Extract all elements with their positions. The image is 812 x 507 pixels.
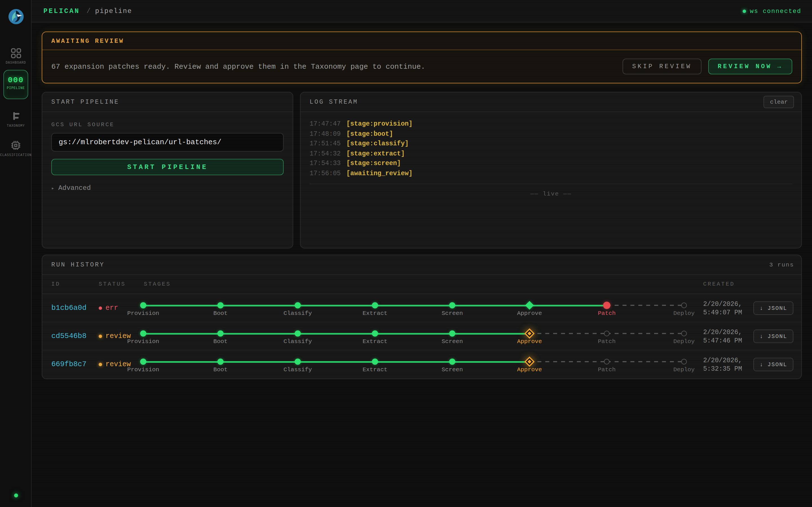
clear-log-button[interactable]: clear: [764, 96, 794, 108]
run-history-panel: RUN HISTORY 3 runs ID STATUS STAGES CREA…: [42, 255, 802, 379]
table-row: 669fb8c7 review ProvisionBootClassifyExt…: [42, 350, 801, 379]
stage-node-deploy: [681, 302, 687, 308]
sidebar-item-pipeline[interactable]: 000 PIPELINE: [3, 70, 28, 99]
sidebar-item-dashboard[interactable]: DASHBOARD: [0, 48, 32, 65]
stage-label: Boot: [213, 310, 227, 317]
stage-node-provision: [140, 358, 146, 365]
stage-connector: [607, 333, 684, 334]
stage-connector: [220, 333, 298, 334]
stage-node-extract: [372, 330, 378, 337]
review-now-button[interactable]: REVIEW NOW →: [708, 59, 792, 74]
stage-node-screen: [449, 358, 455, 365]
log-timestamp: 17:54:32: [310, 150, 341, 157]
log-timestamp: 17:47:47: [310, 120, 341, 127]
banner-body: 67 expansion patches ready. Review and a…: [42, 50, 801, 83]
created-time: 5:32:35 PM: [703, 365, 742, 372]
stages-track: ProvisionBootClassifyExtractScreenApprov…: [42, 322, 801, 350]
stage-connector: [607, 305, 684, 306]
log-stage-tag: [stage:extract]: [346, 150, 405, 157]
stage-node-approve: [524, 328, 535, 339]
log-stream-title: LOG STREAM: [310, 99, 358, 105]
log-stream-panel: LOG STREAM clear 17:47:47[stage:provisio…: [300, 92, 802, 248]
stage-node-core: [527, 360, 531, 363]
brand-title: PELICAN: [43, 7, 80, 15]
table-header-row: ID STATUS STAGES CREATED: [42, 275, 801, 294]
log-line: 17:51:45[stage:classify]: [310, 138, 792, 149]
chevron-right-icon: ▸: [51, 185, 54, 191]
stage-connector: [298, 361, 375, 362]
stage-node-screen: [449, 302, 455, 308]
banner-header: AWAITING REVIEW: [42, 32, 801, 50]
log-stage-tag: [stage:provision]: [346, 120, 412, 127]
stage-connector: [529, 304, 607, 306]
log-line: 17:48:09[stage:boot]: [310, 129, 792, 138]
breadcrumb-separator: /: [87, 7, 91, 15]
stage-node-boot: [217, 358, 223, 365]
created-timestamp: 2/20/2026, 5:49:07 PM: [703, 300, 742, 317]
log-timestamp: 17:48:09: [310, 130, 341, 137]
stage-connector: [298, 333, 375, 334]
stage-node-boot: [217, 330, 223, 337]
connection-label: ws connected: [750, 8, 801, 14]
sidebar-item-label: TAXONOMY: [0, 124, 32, 128]
log-timestamp: 17:51:45: [310, 140, 341, 147]
stage-label: Boot: [213, 366, 227, 373]
pipeline-nodes-icon: 000: [4, 75, 28, 84]
log-stage-tag: [stage:classify]: [346, 140, 409, 147]
app-viewport: DASHBOARD 000 PIPELINE TAXONOMY: [0, 0, 812, 507]
stage-label: Screen: [442, 366, 463, 373]
stage-label: Patch: [598, 366, 615, 373]
stage-node-extract: [372, 358, 378, 365]
stage-label: Extract: [363, 366, 388, 373]
topbar: PELICAN / pipeline ws connected: [32, 0, 812, 22]
start-pipeline-panel: START PIPELINE GCS URL SOURCE START PIPE…: [42, 92, 293, 248]
stage-label: Provision: [127, 310, 159, 317]
stage-label: Screen: [442, 310, 463, 317]
log-timestamp: 17:56:05: [310, 170, 341, 177]
sidebar: DASHBOARD 000 PIPELINE TAXONOMY: [0, 0, 32, 507]
sidebar-item-taxonomy[interactable]: TAXONOMY: [0, 110, 32, 128]
stage-connector: [375, 333, 452, 334]
connection-status: ws connected: [743, 8, 801, 14]
advanced-toggle[interactable]: ▸ Advanced: [51, 184, 284, 192]
stage-label: Provision: [127, 366, 159, 373]
stage-connector: [298, 304, 375, 306]
start-pipeline-button[interactable]: START PIPELINE: [51, 159, 284, 175]
stage-node-provision: [140, 330, 146, 337]
connection-dot-icon: [743, 9, 746, 13]
banner-title: AWAITING REVIEW: [51, 38, 124, 44]
stage-node-boot: [217, 302, 223, 308]
stage-connector: [143, 304, 220, 306]
sidebar-item-classification[interactable]: CLASSIFICATION: [0, 140, 32, 157]
stage-label: Classify: [284, 338, 312, 345]
stage-label: Approve: [517, 338, 542, 345]
download-jsonl-button[interactable]: ↓ JSONL: [753, 330, 794, 343]
log-timestamp: 17:54:33: [310, 160, 341, 167]
created-time: 5:49:07 PM: [703, 309, 742, 316]
stage-node-classify: [295, 330, 301, 337]
stages-track: ProvisionBootClassifyExtractScreenApprov…: [42, 350, 801, 379]
banner-message: 67 expansion patches ready. Review and a…: [51, 62, 425, 71]
download-jsonl-button[interactable]: ↓ JSONL: [753, 301, 794, 315]
stage-node-extract: [372, 302, 378, 308]
sidebar-item-label: DASHBOARD: [0, 61, 32, 65]
stage-label: Screen: [442, 338, 463, 345]
stage-node-provision: [140, 302, 146, 308]
download-jsonl-button[interactable]: ↓ JSONL: [753, 358, 794, 371]
stage-connector: [375, 361, 452, 362]
stage-node-screen: [449, 330, 455, 337]
created-timestamp: 2/20/2026, 5:32:35 PM: [703, 356, 742, 373]
stage-label: Deploy: [673, 310, 695, 317]
gcs-url-input[interactable]: [51, 133, 284, 152]
skip-review-button[interactable]: SKIP REVIEW: [622, 59, 701, 74]
stage-label: Deploy: [673, 366, 695, 373]
sidebar-item-label: PIPELINE: [4, 86, 28, 90]
stage-label: Deploy: [673, 338, 695, 345]
created-time: 5:47:46 PM: [703, 337, 742, 344]
stage-node-patch: [604, 331, 610, 336]
column-header-status: STATUS: [99, 281, 126, 287]
stage-connector: [607, 361, 684, 362]
stage-connector: [375, 304, 452, 306]
stage-connector: [143, 361, 220, 362]
stage-label: Patch: [598, 338, 615, 345]
